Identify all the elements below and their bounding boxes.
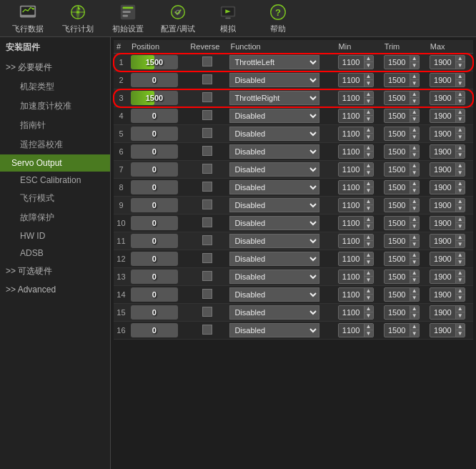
max-increment-button[interactable]: ▲	[456, 180, 465, 187]
position-slider[interactable]: 1500	[131, 55, 178, 69]
min-increment-button[interactable]: ▲	[365, 270, 373, 277]
min-increment-button[interactable]: ▲	[365, 287, 373, 295]
max-decrement-button[interactable]: ▼	[456, 259, 465, 266]
function-cell[interactable]: DisabledThrottleLeftThrottleRightAileron…	[227, 107, 335, 125]
trim-decrement-button[interactable]: ▼	[410, 223, 419, 230]
max-cell[interactable]: 1900▲▼	[427, 161, 473, 179]
sidebar-item-esc-calibration[interactable]: ESC Calibration	[0, 172, 110, 189]
position-slider[interactable]: 0	[131, 252, 178, 266]
position-cell[interactable]: 0	[129, 161, 187, 179]
reverse-checkbox[interactable]	[202, 325, 212, 335]
function-select[interactable]: DisabledThrottleLeftThrottleRightAileron…	[229, 109, 319, 123]
min-decrement-button[interactable]: ▼	[365, 205, 373, 212]
trim-spinner[interactable]: 1500▲▼	[384, 198, 420, 212]
max-cell[interactable]: 1900▲▼	[427, 179, 473, 197]
min-cell[interactable]: 1100▲▼	[336, 107, 382, 125]
sidebar-required-hw[interactable]: >> 必要硬件	[0, 58, 110, 77]
toolbar-item-config-debug[interactable]: 配置/调试	[153, 1, 203, 36]
reverse-checkbox[interactable]	[202, 199, 212, 209]
max-decrement-button[interactable]: ▼	[456, 312, 465, 320]
position-cell[interactable]: 1500	[129, 54, 187, 71]
max-decrement-button[interactable]: ▼	[456, 152, 465, 159]
max-decrement-button[interactable]: ▼	[456, 116, 465, 123]
trim-decrement-button[interactable]: ▼	[410, 152, 419, 159]
trim-increment-button[interactable]: ▲	[410, 55, 419, 62]
trim-decrement-button[interactable]: ▼	[410, 277, 419, 284]
position-cell[interactable]: 0	[129, 268, 187, 286]
min-cell[interactable]: 1100▲▼	[336, 286, 382, 304]
min-increment-button[interactable]: ▲	[365, 109, 373, 116]
max-cell[interactable]: 1900▲▼	[427, 322, 473, 340]
position-slider[interactable]: 0	[131, 127, 178, 141]
max-spinner[interactable]: 1900▲▼	[430, 180, 465, 194]
max-cell[interactable]: 1900▲▼	[427, 214, 473, 232]
trim-cell[interactable]: 1500▲▼	[382, 250, 427, 268]
reverse-cell[interactable]	[187, 179, 227, 197]
max-cell[interactable]: 1900▲▼	[427, 54, 473, 71]
function-cell[interactable]: DisabledThrottleLeftThrottleRightAileron…	[227, 143, 335, 161]
max-increment-button[interactable]: ▲	[456, 234, 465, 241]
position-slider[interactable]: 0	[131, 109, 178, 123]
trim-decrement-button[interactable]: ▼	[410, 62, 419, 69]
function-cell[interactable]: DisabledThrottleLeftThrottleRightAileron…	[227, 179, 335, 197]
min-cell[interactable]: 1100▲▼	[336, 125, 382, 143]
trim-spinner[interactable]: 1500▲▼	[384, 109, 420, 123]
min-increment-button[interactable]: ▲	[365, 91, 373, 98]
max-increment-button[interactable]: ▲	[456, 323, 465, 330]
max-spinner[interactable]: 1900▲▼	[430, 252, 465, 266]
max-spinner[interactable]: 1900▲▼	[430, 91, 465, 105]
toolbar-item-flight-data[interactable]: 飞行数据	[3, 1, 53, 36]
sidebar-item-故障保护[interactable]: 故障保护	[0, 208, 110, 227]
reverse-checkbox[interactable]	[202, 74, 212, 84]
max-cell[interactable]: 1900▲▼	[427, 107, 473, 125]
trim-cell[interactable]: 1500▲▼	[382, 286, 427, 304]
position-cell[interactable]: 0	[129, 179, 187, 197]
position-slider[interactable]: 0	[131, 287, 178, 302]
sidebar-item-adsb[interactable]: ADSB	[0, 245, 110, 262]
reverse-checkbox[interactable]	[202, 182, 212, 192]
min-increment-button[interactable]: ▲	[365, 305, 373, 312]
max-increment-button[interactable]: ▲	[456, 270, 465, 277]
trim-increment-button[interactable]: ▲	[410, 323, 419, 330]
reverse-checkbox[interactable]	[202, 56, 212, 66]
function-select[interactable]: DisabledThrottleLeftThrottleRightAileron…	[229, 162, 319, 177]
max-decrement-button[interactable]: ▼	[456, 205, 465, 212]
min-spinner[interactable]: 1100▲▼	[338, 109, 374, 123]
max-increment-button[interactable]: ▲	[456, 127, 465, 134]
trim-spinner[interactable]: 1500▲▼	[384, 305, 420, 320]
position-slider[interactable]: 0	[131, 323, 178, 337]
function-select[interactable]: DisabledThrottleLeftThrottleRightAileron…	[229, 216, 319, 230]
min-increment-button[interactable]: ▲	[365, 252, 373, 259]
max-spinner[interactable]: 1900▲▼	[430, 55, 465, 69]
position-slider[interactable]: 0	[131, 198, 178, 212]
position-cell[interactable]: 0	[129, 107, 187, 125]
trim-increment-button[interactable]: ▲	[410, 216, 419, 223]
function-cell[interactable]: DisabledThrottleLeftThrottleRightAileron…	[227, 304, 335, 322]
max-increment-button[interactable]: ▲	[456, 144, 465, 152]
position-cell[interactable]: 0	[129, 214, 187, 232]
trim-increment-button[interactable]: ▲	[410, 127, 419, 134]
trim-cell[interactable]: 1500▲▼	[382, 89, 427, 107]
trim-decrement-button[interactable]: ▼	[410, 205, 419, 212]
min-cell[interactable]: 1100▲▼	[336, 197, 382, 214]
max-decrement-button[interactable]: ▼	[456, 295, 465, 302]
trim-increment-button[interactable]: ▲	[410, 234, 419, 241]
min-increment-button[interactable]: ▲	[365, 55, 373, 62]
function-select[interactable]: DisabledThrottleLeftThrottleRightAileron…	[229, 55, 319, 69]
reverse-checkbox[interactable]	[202, 253, 212, 263]
trim-spinner[interactable]: 1500▲▼	[384, 287, 420, 302]
trim-cell[interactable]: 1500▲▼	[382, 232, 427, 250]
max-cell[interactable]: 1900▲▼	[427, 197, 473, 214]
position-cell[interactable]: 1500	[129, 89, 187, 107]
trim-increment-button[interactable]: ▲	[410, 109, 419, 116]
trim-increment-button[interactable]: ▲	[410, 91, 419, 98]
max-cell[interactable]: 1900▲▼	[427, 71, 473, 89]
trim-cell[interactable]: 1500▲▼	[382, 322, 427, 340]
min-cell[interactable]: 1100▲▼	[336, 161, 382, 179]
min-decrement-button[interactable]: ▼	[365, 330, 373, 337]
max-spinner[interactable]: 1900▲▼	[430, 216, 465, 230]
min-decrement-button[interactable]: ▼	[365, 62, 373, 69]
max-spinner[interactable]: 1900▲▼	[430, 73, 465, 87]
reverse-checkbox[interactable]	[202, 217, 212, 227]
trim-spinner[interactable]: 1500▲▼	[384, 73, 420, 87]
